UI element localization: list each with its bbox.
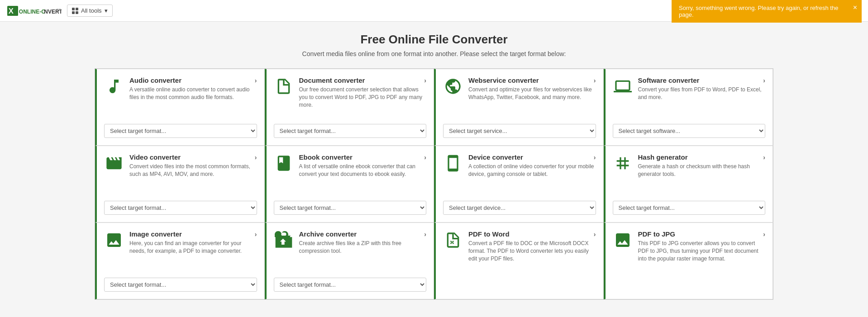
toast-close-button[interactable]: × (853, 4, 857, 12)
format-select-document[interactable]: Select target format... (274, 124, 427, 138)
card-arrow-icon-webservice: › (594, 77, 596, 84)
card-title-text-device: Device converter (468, 153, 523, 161)
card-title-audio: Audio converter › (129, 76, 257, 84)
pdftojpg-icon (613, 230, 633, 250)
card-content-pdftoword: PDF to Word › Convert a PDF file to DOC … (468, 230, 596, 262)
converter-card-audio: Audio converter › A versatile online aud… (95, 69, 265, 146)
card-title-text-image: Image converter (129, 230, 182, 238)
svg-text:X: X (9, 6, 14, 15)
grid-icon (72, 8, 78, 14)
main-content: Free Online File Converter Convert media… (86, 22, 782, 309)
card-desc-device: A collection of online video converter f… (468, 163, 596, 178)
card-content-document: Document converter › Our free document c… (299, 76, 427, 109)
card-arrow-icon-audio: › (255, 77, 257, 84)
converter-card-webservice: Webservice converter › Convert and optim… (434, 69, 604, 146)
format-select-ebook[interactable]: Select target format... (274, 201, 427, 215)
converter-grid: Audio converter › A versatile online aud… (95, 68, 773, 300)
converter-card-pdftoword: PDF to Word › Convert a PDF file to DOC … (434, 222, 604, 299)
card-header-hash: Hash generator › Generate a hash or chec… (613, 153, 766, 196)
card-title-hash: Hash generator › (638, 153, 766, 161)
format-select-audio[interactable]: Select target format... (104, 124, 257, 138)
format-select-webservice[interactable]: Select target service... (443, 124, 596, 138)
card-arrow-icon-ebook: › (424, 154, 426, 161)
card-desc-audio: A versatile online audio converter to co… (129, 86, 257, 101)
card-header-video: Video converter › Convert video files in… (104, 153, 257, 196)
card-content-pdftojpg: PDF to JPG › This PDF to JPG converter a… (638, 230, 766, 262)
hash-icon (613, 153, 633, 173)
card-content-video: Video converter › Convert video files in… (129, 153, 257, 178)
converter-card-pdftojpg: PDF to JPG › This PDF to JPG converter a… (604, 222, 773, 299)
format-select-image[interactable]: Select target format... (104, 278, 257, 292)
image-icon (104, 230, 124, 250)
card-arrow-icon-hash: › (763, 154, 765, 161)
card-content-archive: Archive converter › Create archive files… (299, 230, 427, 255)
svg-text:ONLINE-C: ONLINE-C (19, 8, 45, 14)
card-header-software: Software converter › Convert your files … (613, 76, 766, 119)
card-desc-pdftojpg: This PDF to JPG converter allows you to … (638, 240, 766, 262)
format-select-software[interactable]: Select target software... (613, 124, 766, 138)
card-title-pdftojpg: PDF to JPG › (638, 230, 766, 238)
page-title: Free Online File Converter (95, 33, 773, 47)
card-title-text-video: Video converter (129, 153, 181, 161)
converter-card-ebook: Ebook converter › A list of versatile on… (265, 146, 434, 222)
card-desc-webservice: Convert and optimize your files for webs… (468, 86, 596, 101)
ebook-icon (274, 153, 294, 173)
converter-card-software: Software converter › Convert your files … (604, 69, 773, 146)
card-content-image: Image converter › Here, you can find an … (129, 230, 257, 255)
format-select-archive[interactable]: Select target format... (274, 278, 427, 292)
card-title-text-ebook: Ebook converter (299, 153, 353, 161)
card-title-document: Document converter › (299, 76, 427, 84)
webservice-icon (443, 76, 463, 96)
video-icon (104, 153, 124, 173)
card-title-text-webservice: Webservice converter (468, 76, 539, 84)
converter-card-image: Image converter › Here, you can find an … (95, 222, 265, 299)
error-toast: Sorry, something went wrong. Please try … (672, 0, 862, 23)
card-header-image: Image converter › Here, you can find an … (104, 230, 257, 273)
card-header-device: Device converter › A collection of onlin… (443, 153, 596, 196)
card-header-audio: Audio converter › A versatile online aud… (104, 76, 257, 119)
card-title-archive: Archive converter › (299, 230, 427, 238)
device-icon (443, 153, 463, 173)
card-desc-archive: Create archive files like a ZIP with thi… (299, 240, 427, 255)
card-title-device: Device converter › (468, 153, 596, 161)
card-title-software: Software converter › (638, 76, 766, 84)
card-desc-image: Here, you can find an image converter fo… (129, 240, 257, 255)
card-content-ebook: Ebook converter › A list of versatile on… (299, 153, 427, 178)
card-content-audio: Audio converter › A versatile online aud… (129, 76, 257, 101)
card-desc-document: Our free document converter selection th… (299, 86, 427, 109)
card-header-webservice: Webservice converter › Convert and optim… (443, 76, 596, 119)
converter-card-document: Document converter › Our free document c… (265, 69, 434, 146)
audio-icon (104, 76, 124, 96)
card-content-webservice: Webservice converter › Convert and optim… (468, 76, 596, 101)
card-desc-pdftoword: Convert a PDF file to DOC or the Microso… (468, 240, 596, 262)
card-title-video: Video converter › (129, 153, 257, 161)
card-arrow-icon-image: › (255, 231, 257, 238)
card-content-device: Device converter › A collection of onlin… (468, 153, 596, 178)
chevron-down-icon: ▾ (105, 7, 108, 14)
card-title-ebook: Ebook converter › (299, 153, 427, 161)
card-content-software: Software converter › Convert your files … (638, 76, 766, 101)
page-subtitle: Convert media files online from one form… (95, 50, 773, 57)
logo: X ONLINE-C NVERT .COM (7, 4, 62, 18)
card-title-text-pdftojpg: PDF to JPG (638, 230, 676, 238)
logo-area: X ONLINE-C NVERT .COM All tools ▾ (7, 4, 113, 18)
card-title-text-software: Software converter (638, 76, 700, 84)
card-title-text-document: Document converter (299, 76, 365, 84)
svg-text:.COM: .COM (55, 8, 62, 12)
card-title-pdftoword: PDF to Word › (468, 230, 596, 238)
format-select-video[interactable]: Select target format... (104, 201, 257, 215)
archive-icon (274, 230, 294, 250)
all-tools-button[interactable]: All tools ▾ (67, 5, 113, 17)
format-select-hash[interactable]: Select target format... (613, 201, 766, 215)
document-icon (274, 76, 294, 96)
card-desc-software: Convert your files from PDF to Word, PDF… (638, 86, 766, 101)
pdftoword-icon (443, 230, 463, 250)
card-desc-ebook: A list of versatile online ebook convert… (299, 163, 427, 178)
software-icon (613, 76, 633, 96)
card-title-image: Image converter › (129, 230, 257, 238)
format-select-device[interactable]: Select target device... (443, 201, 596, 215)
card-arrow-icon-video: › (255, 154, 257, 161)
card-arrow-icon-device: › (594, 154, 596, 161)
card-content-hash: Hash generator › Generate a hash or chec… (638, 153, 766, 178)
toast-message: Sorry, something went wrong. Please try … (679, 5, 845, 18)
